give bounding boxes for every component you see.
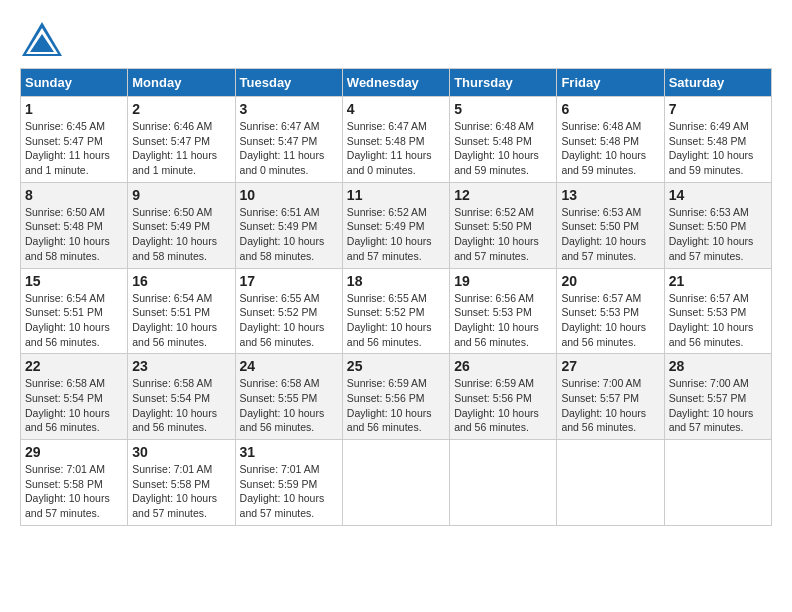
calendar-cell: 30Sunrise: 7:01 AMSunset: 5:58 PMDayligh… bbox=[128, 440, 235, 526]
column-header-sunday: Sunday bbox=[21, 69, 128, 97]
calendar-cell: 24Sunrise: 6:58 AMSunset: 5:55 PMDayligh… bbox=[235, 354, 342, 440]
day-number: 20 bbox=[561, 273, 659, 289]
calendar-cell: 18Sunrise: 6:55 AMSunset: 5:52 PMDayligh… bbox=[342, 268, 449, 354]
calendar-cell bbox=[664, 440, 771, 526]
day-info: Sunrise: 6:48 AMSunset: 5:48 PMDaylight:… bbox=[454, 120, 539, 176]
day-info: Sunrise: 6:54 AMSunset: 5:51 PMDaylight:… bbox=[25, 292, 110, 348]
day-info: Sunrise: 6:54 AMSunset: 5:51 PMDaylight:… bbox=[132, 292, 217, 348]
calendar-cell: 31Sunrise: 7:01 AMSunset: 5:59 PMDayligh… bbox=[235, 440, 342, 526]
calendar-cell: 3Sunrise: 6:47 AMSunset: 5:47 PMDaylight… bbox=[235, 97, 342, 183]
day-number: 11 bbox=[347, 187, 445, 203]
day-number: 16 bbox=[132, 273, 230, 289]
day-number: 15 bbox=[25, 273, 123, 289]
calendar-cell: 10Sunrise: 6:51 AMSunset: 5:49 PMDayligh… bbox=[235, 182, 342, 268]
day-info: Sunrise: 6:50 AMSunset: 5:48 PMDaylight:… bbox=[25, 206, 110, 262]
day-number: 28 bbox=[669, 358, 767, 374]
day-number: 26 bbox=[454, 358, 552, 374]
column-header-tuesday: Tuesday bbox=[235, 69, 342, 97]
calendar-cell: 17Sunrise: 6:55 AMSunset: 5:52 PMDayligh… bbox=[235, 268, 342, 354]
column-header-wednesday: Wednesday bbox=[342, 69, 449, 97]
day-info: Sunrise: 6:55 AMSunset: 5:52 PMDaylight:… bbox=[240, 292, 325, 348]
day-info: Sunrise: 6:49 AMSunset: 5:48 PMDaylight:… bbox=[669, 120, 754, 176]
day-number: 27 bbox=[561, 358, 659, 374]
calendar-cell: 11Sunrise: 6:52 AMSunset: 5:49 PMDayligh… bbox=[342, 182, 449, 268]
day-number: 18 bbox=[347, 273, 445, 289]
calendar-cell: 1Sunrise: 6:45 AMSunset: 5:47 PMDaylight… bbox=[21, 97, 128, 183]
day-number: 22 bbox=[25, 358, 123, 374]
day-info: Sunrise: 7:01 AMSunset: 5:59 PMDaylight:… bbox=[240, 463, 325, 519]
day-info: Sunrise: 6:52 AMSunset: 5:49 PMDaylight:… bbox=[347, 206, 432, 262]
day-number: 13 bbox=[561, 187, 659, 203]
day-number: 8 bbox=[25, 187, 123, 203]
calendar-cell: 28Sunrise: 7:00 AMSunset: 5:57 PMDayligh… bbox=[664, 354, 771, 440]
calendar-cell: 20Sunrise: 6:57 AMSunset: 5:53 PMDayligh… bbox=[557, 268, 664, 354]
day-number: 14 bbox=[669, 187, 767, 203]
day-number: 25 bbox=[347, 358, 445, 374]
calendar-cell: 8Sunrise: 6:50 AMSunset: 5:48 PMDaylight… bbox=[21, 182, 128, 268]
day-number: 6 bbox=[561, 101, 659, 117]
calendar-cell: 13Sunrise: 6:53 AMSunset: 5:50 PMDayligh… bbox=[557, 182, 664, 268]
day-number: 23 bbox=[132, 358, 230, 374]
day-info: Sunrise: 7:01 AMSunset: 5:58 PMDaylight:… bbox=[25, 463, 110, 519]
day-number: 17 bbox=[240, 273, 338, 289]
calendar-cell bbox=[450, 440, 557, 526]
day-info: Sunrise: 6:50 AMSunset: 5:49 PMDaylight:… bbox=[132, 206, 217, 262]
day-info: Sunrise: 7:01 AMSunset: 5:58 PMDaylight:… bbox=[132, 463, 217, 519]
calendar-cell: 4Sunrise: 6:47 AMSunset: 5:48 PMDaylight… bbox=[342, 97, 449, 183]
column-header-friday: Friday bbox=[557, 69, 664, 97]
day-info: Sunrise: 7:00 AMSunset: 5:57 PMDaylight:… bbox=[669, 377, 754, 433]
calendar-cell: 7Sunrise: 6:49 AMSunset: 5:48 PMDaylight… bbox=[664, 97, 771, 183]
logo bbox=[20, 20, 68, 58]
day-info: Sunrise: 6:58 AMSunset: 5:54 PMDaylight:… bbox=[25, 377, 110, 433]
day-number: 31 bbox=[240, 444, 338, 460]
calendar-cell: 27Sunrise: 7:00 AMSunset: 5:57 PMDayligh… bbox=[557, 354, 664, 440]
column-header-monday: Monday bbox=[128, 69, 235, 97]
day-number: 2 bbox=[132, 101, 230, 117]
calendar-cell: 25Sunrise: 6:59 AMSunset: 5:56 PMDayligh… bbox=[342, 354, 449, 440]
day-info: Sunrise: 6:59 AMSunset: 5:56 PMDaylight:… bbox=[454, 377, 539, 433]
day-number: 3 bbox=[240, 101, 338, 117]
day-info: Sunrise: 6:53 AMSunset: 5:50 PMDaylight:… bbox=[669, 206, 754, 262]
calendar-cell: 21Sunrise: 6:57 AMSunset: 5:53 PMDayligh… bbox=[664, 268, 771, 354]
day-number: 19 bbox=[454, 273, 552, 289]
day-info: Sunrise: 6:47 AMSunset: 5:48 PMDaylight:… bbox=[347, 120, 432, 176]
day-number: 9 bbox=[132, 187, 230, 203]
day-number: 29 bbox=[25, 444, 123, 460]
calendar-cell: 15Sunrise: 6:54 AMSunset: 5:51 PMDayligh… bbox=[21, 268, 128, 354]
day-info: Sunrise: 6:48 AMSunset: 5:48 PMDaylight:… bbox=[561, 120, 646, 176]
calendar-cell: 14Sunrise: 6:53 AMSunset: 5:50 PMDayligh… bbox=[664, 182, 771, 268]
column-header-saturday: Saturday bbox=[664, 69, 771, 97]
day-number: 4 bbox=[347, 101, 445, 117]
day-info: Sunrise: 6:58 AMSunset: 5:54 PMDaylight:… bbox=[132, 377, 217, 433]
calendar-cell bbox=[557, 440, 664, 526]
calendar-cell: 2Sunrise: 6:46 AMSunset: 5:47 PMDaylight… bbox=[128, 97, 235, 183]
day-info: Sunrise: 7:00 AMSunset: 5:57 PMDaylight:… bbox=[561, 377, 646, 433]
calendar-cell: 29Sunrise: 7:01 AMSunset: 5:58 PMDayligh… bbox=[21, 440, 128, 526]
day-info: Sunrise: 6:57 AMSunset: 5:53 PMDaylight:… bbox=[561, 292, 646, 348]
calendar-cell: 6Sunrise: 6:48 AMSunset: 5:48 PMDaylight… bbox=[557, 97, 664, 183]
day-info: Sunrise: 6:53 AMSunset: 5:50 PMDaylight:… bbox=[561, 206, 646, 262]
day-number: 12 bbox=[454, 187, 552, 203]
day-number: 21 bbox=[669, 273, 767, 289]
calendar-header: SundayMondayTuesdayWednesdayThursdayFrid… bbox=[21, 69, 772, 97]
calendar-cell: 5Sunrise: 6:48 AMSunset: 5:48 PMDaylight… bbox=[450, 97, 557, 183]
day-number: 24 bbox=[240, 358, 338, 374]
day-number: 10 bbox=[240, 187, 338, 203]
header-row: SundayMondayTuesdayWednesdayThursdayFrid… bbox=[21, 69, 772, 97]
day-info: Sunrise: 6:47 AMSunset: 5:47 PMDaylight:… bbox=[240, 120, 325, 176]
calendar-week-1: 1Sunrise: 6:45 AMSunset: 5:47 PMDaylight… bbox=[21, 97, 772, 183]
calendar-cell: 19Sunrise: 6:56 AMSunset: 5:53 PMDayligh… bbox=[450, 268, 557, 354]
calendar-week-4: 22Sunrise: 6:58 AMSunset: 5:54 PMDayligh… bbox=[21, 354, 772, 440]
column-header-thursday: Thursday bbox=[450, 69, 557, 97]
day-info: Sunrise: 6:58 AMSunset: 5:55 PMDaylight:… bbox=[240, 377, 325, 433]
calendar-cell bbox=[342, 440, 449, 526]
day-info: Sunrise: 6:51 AMSunset: 5:49 PMDaylight:… bbox=[240, 206, 325, 262]
calendar-cell: 22Sunrise: 6:58 AMSunset: 5:54 PMDayligh… bbox=[21, 354, 128, 440]
day-info: Sunrise: 6:55 AMSunset: 5:52 PMDaylight:… bbox=[347, 292, 432, 348]
calendar-cell: 16Sunrise: 6:54 AMSunset: 5:51 PMDayligh… bbox=[128, 268, 235, 354]
day-info: Sunrise: 6:59 AMSunset: 5:56 PMDaylight:… bbox=[347, 377, 432, 433]
calendar-week-3: 15Sunrise: 6:54 AMSunset: 5:51 PMDayligh… bbox=[21, 268, 772, 354]
day-number: 5 bbox=[454, 101, 552, 117]
day-info: Sunrise: 6:57 AMSunset: 5:53 PMDaylight:… bbox=[669, 292, 754, 348]
calendar-cell: 12Sunrise: 6:52 AMSunset: 5:50 PMDayligh… bbox=[450, 182, 557, 268]
